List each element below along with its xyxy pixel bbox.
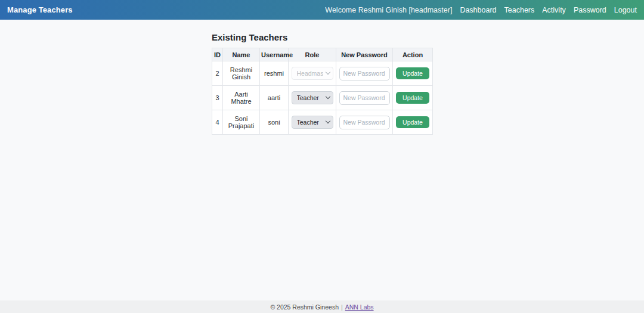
role-select[interactable]: Teacher — [292, 116, 333, 129]
welcome-text: Welcome Reshmi Ginish [headmaster] — [325, 6, 452, 14]
col-header-id: ID — [212, 48, 223, 61]
cell-action: Update — [393, 110, 433, 135]
update-button[interactable]: Update — [396, 92, 429, 104]
update-button[interactable]: Update — [396, 116, 429, 129]
nav-link-dashboard[interactable]: Dashboard — [460, 6, 496, 14]
ann-labs-link[interactable]: ANN Labs — [345, 303, 374, 311]
footer-separator: | — [341, 303, 343, 311]
cell-id: 4 — [212, 110, 223, 135]
nav-link-teachers[interactable]: Teachers — [504, 6, 535, 14]
col-header-username: Username — [260, 48, 289, 61]
cell-name: Soni Prajapati — [223, 110, 260, 135]
col-header-new-password: New Password — [336, 48, 393, 61]
cell-username: aarti — [260, 86, 289, 110]
nav-link-password[interactable]: Password — [574, 6, 606, 14]
update-button[interactable]: Update — [396, 67, 429, 80]
cell-id: 3 — [212, 86, 223, 110]
new-password-input[interactable] — [339, 116, 390, 129]
top-navbar: Manage Teachers Welcome Reshmi Ginish [h… — [0, 0, 644, 20]
table-row: 3 Aarti Mhatre aarti Teacher Update — [212, 86, 433, 110]
cell-username: soni — [260, 110, 289, 135]
col-header-name: Name — [223, 48, 260, 61]
navbar-right-group: Welcome Reshmi Ginish [headmaster] Dashb… — [325, 6, 637, 14]
table-header-row: ID Name Username Role New Password Actio… — [212, 48, 433, 61]
role-select[interactable]: Teacher — [292, 91, 333, 104]
teachers-table: ID Name Username Role New Password Actio… — [212, 48, 433, 135]
cell-new-password — [336, 61, 393, 86]
cell-action: Update — [393, 86, 433, 110]
cell-role: Teacher — [289, 86, 336, 110]
role-select: Headmaster — [292, 67, 333, 80]
page-footer: © 2025 Reshmi Gineesh | ANN Labs — [0, 300, 644, 313]
cell-name: Reshmi Ginish — [223, 61, 260, 86]
cell-name: Aarti Mhatre — [223, 86, 260, 110]
col-header-action: Action — [393, 48, 433, 61]
col-header-role: Role — [289, 48, 336, 61]
cell-new-password — [336, 110, 393, 135]
table-row: 4 Soni Prajapati soni Teacher Update — [212, 110, 433, 135]
new-password-input[interactable] — [339, 91, 390, 105]
nav-link-logout[interactable]: Logout — [614, 6, 637, 14]
nav-link-activity[interactable]: Activity — [542, 6, 566, 14]
page-title: Existing Teachers — [212, 32, 432, 42]
new-password-input[interactable] — [339, 67, 390, 80]
cell-new-password — [336, 86, 393, 110]
cell-username: reshmi — [260, 61, 289, 86]
copyright-text: © 2025 Reshmi Gineesh — [270, 303, 339, 311]
main-content: Existing Teachers ID Name Username Role … — [212, 32, 432, 135]
cell-id: 2 — [212, 61, 223, 86]
cell-role: Headmaster — [289, 61, 336, 86]
cell-role: Teacher — [289, 110, 336, 135]
navbar-brand[interactable]: Manage Teachers — [7, 5, 73, 14]
table-row: 2 Reshmi Ginish reshmi Headmaster Update — [212, 61, 433, 86]
cell-action: Update — [393, 61, 433, 86]
